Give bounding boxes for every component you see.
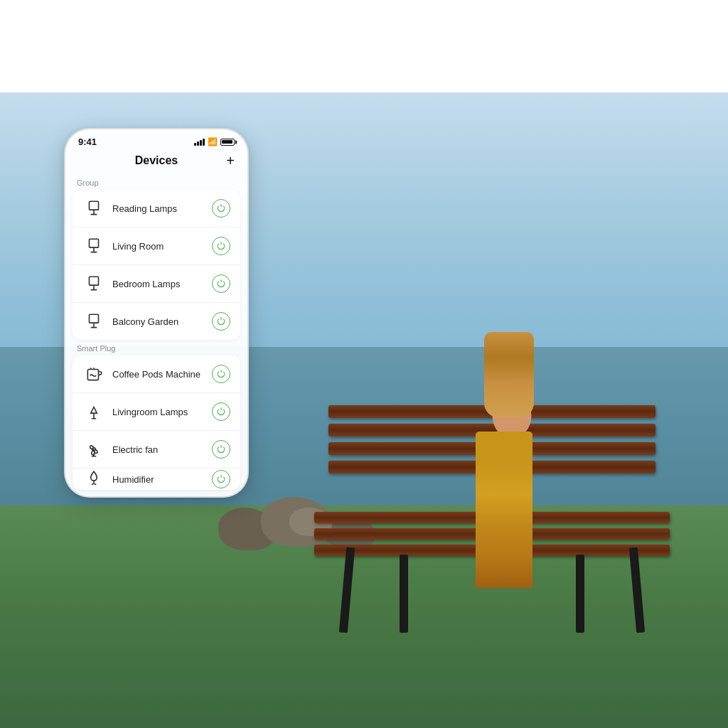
device-name-electric-fan: Electric fan [112,444,205,455]
device-item-living-room[interactable]: Living Room [73,228,240,265]
lamp-icon-4 [82,310,105,333]
smart-plug-section-label: Smart Plug [65,340,247,355]
svg-rect-9 [90,314,99,323]
device-name-coffee-pods: Coffee Pods Machine [112,369,205,380]
status-bar: 9:41 📶 [65,129,247,150]
signal-icon [194,139,205,146]
person-figure [440,360,568,588]
device-item-reading-lamps[interactable]: Reading Lamps [73,190,240,228]
nav-bar: Devices + [65,150,247,171]
device-item-humidifier[interactable]: Humidifier [73,469,240,490]
power-button-living-room[interactable] [212,237,230,255]
background-scene: 9:41 📶 [0,92,728,728]
smart-plug-device-list: Coffee Pods Machine Livingroom Lamps [73,355,240,490]
device-name-livingroom-lamps: Livingroom Lamps [112,407,205,417]
device-item-coffee-pods[interactable]: Coffee Pods Machine [73,355,240,393]
device-item-balcony-garden[interactable]: Balcony Garden [73,303,240,340]
device-name-living-room: Living Room [112,241,205,252]
lamp-icon [82,197,105,220]
device-item-electric-fan[interactable]: Electric fan [73,431,240,469]
lamp-icon-3 [82,272,105,295]
group-device-list: Reading Lamps Living Room [73,190,240,340]
page-title: Devices [135,154,178,167]
device-name-bedroom-lamps: Bedroom Lamps [112,279,205,289]
svg-rect-6 [90,277,99,285]
coffee-machine-icon [82,363,105,385]
power-button-bedroom-lamps[interactable] [212,274,230,293]
humidifier-icon [82,469,105,490]
page-wrapper: 9:41 📶 [0,0,728,728]
power-button-humidifier[interactable] [212,470,230,488]
svg-marker-15 [91,407,97,414]
power-button-electric-fan[interactable] [212,440,230,459]
add-device-button[interactable]: + [226,153,235,169]
device-name-balcony-garden: Balcony Garden [112,316,205,327]
top-white-bar [0,0,728,92]
svg-rect-3 [90,239,99,247]
lamp-icon-2 [82,235,105,257]
device-name-reading-lamps: Reading Lamps [112,203,205,214]
svg-rect-0 [90,201,99,210]
floor-lamp-icon [82,400,105,423]
status-icons: 📶 [194,137,235,146]
fan-icon [82,438,105,461]
phone-frame: 9:41 📶 [64,128,249,498]
phone-mockup: 9:41 📶 [64,128,249,498]
power-button-balcony-garden[interactable] [212,312,230,331]
group-section-label: Group [65,174,247,190]
wifi-icon: 📶 [208,137,218,146]
device-item-bedroom-lamps[interactable]: Bedroom Lamps [73,265,240,303]
phone-time: 9:41 [78,136,97,147]
power-button-livingroom-lamps[interactable] [212,402,230,421]
device-item-livingroom-lamps[interactable]: Livingroom Lamps [73,393,240,431]
device-name-humidifier: Humidifier [112,474,205,485]
battery-icon [220,139,235,146]
power-button-reading-lamps[interactable] [212,199,230,218]
device-list-content: Group Reading Lamps [65,171,247,496]
power-button-coffee-pods[interactable] [212,365,230,383]
